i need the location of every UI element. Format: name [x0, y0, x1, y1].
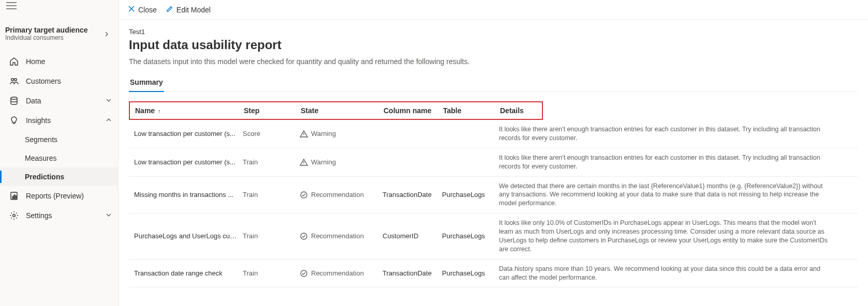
cell-state: Warning — [300, 130, 382, 138]
cell-details: It looks like there aren't enough transa… — [499, 125, 852, 143]
home-icon — [9, 57, 19, 66]
cell-state: Recommendation — [300, 269, 382, 278]
column-header-state[interactable]: State — [301, 106, 384, 115]
column-header-details[interactable]: Details — [500, 106, 537, 115]
table-header: Name ↑ Step State Column name Table Deta… — [129, 101, 543, 120]
cell-name: PurchaseLogs and UserLogs cus... — [134, 232, 243, 240]
cell-column-name: CustomerID — [382, 232, 442, 240]
table-row[interactable]: Transaction date range checkTrainRecomme… — [129, 259, 858, 288]
close-button[interactable]: Close — [128, 5, 157, 14]
cell-details: It looks like there aren't enough transa… — [499, 154, 852, 171]
chevron-down-icon — [106, 211, 112, 220]
sidebar-item-label: Predictions — [25, 173, 64, 181]
sidebar-item-label: Customers — [26, 77, 61, 85]
sidebar-item-label: Reports (Preview) — [26, 192, 84, 200]
svg-point-3 — [11, 79, 14, 81]
cell-name: Transaction date range check — [134, 269, 243, 277]
sidebar-item-label: Measures — [25, 154, 56, 162]
sidebar-item-customers[interactable]: Customers — [0, 71, 118, 91]
cell-column-name: TransactionDate — [382, 269, 442, 277]
sort-ascending-icon: ↑ — [158, 108, 161, 114]
warning-icon — [300, 158, 308, 166]
data-icon — [9, 96, 19, 105]
page-title: Input data usability report — [129, 38, 858, 52]
breadcrumb: Test1 — [129, 28, 858, 36]
sidebar: Primary target audience Individual consu… — [0, 0, 118, 306]
cell-name: Missing months in transactions ... — [134, 191, 243, 198]
svg-point-21 — [301, 270, 307, 277]
table-row[interactable]: PurchaseLogs and UserLogs cus...TrainRec… — [129, 213, 858, 259]
column-header-name[interactable]: Name ↑ — [135, 106, 244, 115]
table-row[interactable]: Low transaction per customer (s...TrainW… — [129, 148, 858, 177]
sidebar-item-label: Home — [26, 57, 45, 66]
svg-point-4 — [14, 79, 17, 81]
sidebar-item-measures[interactable]: Measures — [0, 149, 118, 167]
svg-rect-9 — [14, 195, 15, 198]
cell-details: Data history spans more than 10 years. W… — [499, 265, 852, 282]
cell-step: Score — [243, 130, 300, 137]
close-label: Close — [138, 6, 157, 14]
recommendation-icon — [300, 269, 308, 278]
column-header-table[interactable]: Table — [443, 106, 500, 115]
insights-icon — [9, 116, 19, 125]
sidebar-item-data[interactable]: Data — [0, 91, 118, 111]
command-bar: Close Edit Model — [119, 0, 868, 20]
cell-name: Low transaction per customer (s... — [134, 158, 243, 166]
sidebar-item-label: Insights — [26, 116, 51, 125]
edit-model-button[interactable]: Edit Model — [166, 5, 211, 14]
settings-icon — [9, 211, 19, 220]
recommendation-icon — [300, 232, 308, 240]
close-icon — [128, 5, 135, 14]
svg-point-19 — [301, 192, 307, 198]
cell-state: Recommendation — [300, 191, 382, 199]
svg-point-20 — [301, 233, 307, 239]
table-body: Low transaction per customer (s...ScoreW… — [129, 120, 858, 287]
cell-details: We detected that there are certain month… — [499, 182, 852, 208]
edit-model-label: Edit Model — [176, 6, 211, 14]
table-row[interactable]: Missing months in transactions ...TrainR… — [129, 177, 858, 214]
tab-summary[interactable]: Summary — [129, 75, 164, 91]
audience-selector[interactable]: Primary target audience Individual consu… — [0, 23, 118, 49]
page-description: The datasets input into this model were … — [129, 57, 858, 66]
edit-icon — [166, 5, 173, 14]
chevron-up-icon — [106, 116, 112, 125]
cell-step: Train — [243, 232, 300, 240]
sidebar-item-reports-preview-[interactable]: Reports (Preview) — [0, 186, 118, 206]
sidebar-item-home[interactable]: Home — [0, 52, 118, 71]
chevron-down-icon — [106, 97, 112, 105]
tab-bar: Summary — [129, 75, 858, 92]
cell-table: PurchaseLogs — [442, 191, 499, 198]
sidebar-item-label: Data — [26, 97, 41, 105]
sidebar-item-label: Settings — [26, 211, 52, 220]
cell-state: Recommendation — [300, 232, 382, 240]
cell-step: Train — [243, 269, 300, 277]
column-header-step[interactable]: Step — [244, 106, 301, 115]
svg-point-5 — [11, 97, 17, 99]
sidebar-item-predictions[interactable]: Predictions — [0, 167, 118, 186]
svg-rect-8 — [12, 196, 13, 198]
audience-subtitle: Individual consumers — [5, 34, 88, 41]
cell-column-name: TransactionDate — [382, 191, 442, 198]
table-row[interactable]: Low transaction per customer (s...ScoreW… — [129, 120, 858, 148]
cell-step: Train — [243, 158, 300, 166]
cell-table: PurchaseLogs — [442, 232, 499, 240]
recommendation-icon — [300, 191, 308, 199]
customers-icon — [9, 76, 19, 86]
nav: HomeCustomersDataInsightsSegmentsMeasure… — [0, 52, 118, 225]
column-header-column[interactable]: Column name — [384, 106, 443, 115]
cell-table: PurchaseLogs — [442, 269, 499, 277]
sidebar-item-label: Segments — [25, 135, 57, 144]
sidebar-item-segments[interactable]: Segments — [0, 130, 118, 149]
svg-rect-10 — [16, 196, 17, 198]
svg-point-16 — [303, 135, 304, 136]
cell-step: Train — [243, 191, 300, 198]
sidebar-item-settings[interactable]: Settings — [0, 206, 118, 225]
cell-details: It looks like only 10.0% of CustomerIDs … — [499, 219, 852, 254]
tab-summary-label: Summary — [130, 78, 163, 86]
audience-title: Primary target audience — [5, 26, 88, 34]
svg-point-11 — [13, 215, 16, 217]
hamburger-menu-icon[interactable] — [6, 2, 17, 11]
cell-state: Warning — [300, 158, 382, 166]
sidebar-item-insights[interactable]: Insights — [0, 111, 118, 130]
warning-icon — [300, 130, 308, 138]
